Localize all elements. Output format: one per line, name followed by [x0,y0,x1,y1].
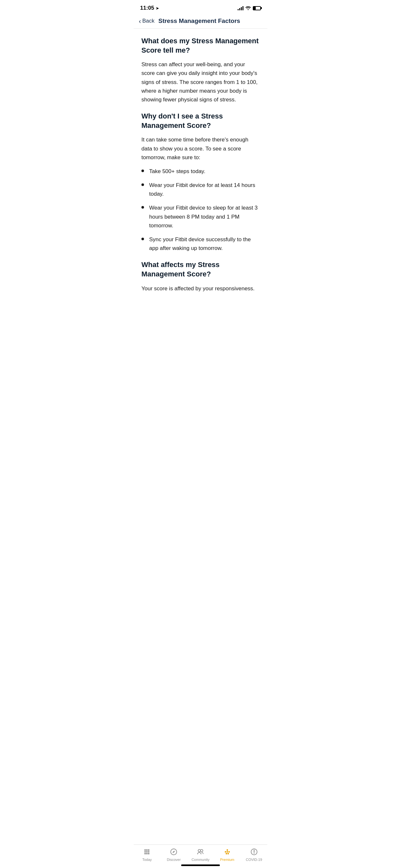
section3-truncated: Your score is affected by your responsiv… [142,284,259,293]
list-item: Take 500+ steps today. [142,167,259,176]
back-label: Back [143,18,155,24]
bullet-list: Take 500+ steps today. Wear your Fitbit … [142,167,259,253]
bullet-text: Take 500+ steps today. [149,167,205,176]
bullet-dot [142,169,144,172]
wifi-icon [245,5,251,11]
section1-body: Stress can affect your well-being, and y… [142,60,259,104]
status-icons [238,5,261,11]
signal-icon [238,6,243,10]
section2-heading: Why don't I see a Stress Management Scor… [142,112,259,130]
bullet-text: Wear your Fitbit device to sleep for at … [149,204,259,230]
bullet-dot [142,238,144,240]
bullet-dot [142,183,144,186]
nav-header: ‹ Back Stress Management Factors [134,14,267,29]
status-bar: 11:05 ➤ [134,0,267,14]
list-item: Wear your Fitbit device for at least 14 … [142,181,259,198]
back-chevron-icon: ‹ [139,18,141,24]
battery-icon [253,6,261,10]
content-area: What does my Stress Management Score tel… [134,29,267,329]
page-title: Stress Management Factors [158,18,240,25]
bullet-dot [142,206,144,209]
section3-heading: What affects my Stress Management Score? [142,260,259,279]
back-button[interactable]: ‹ Back [139,18,154,24]
location-icon: ➤ [156,6,159,11]
bullet-text: Wear your Fitbit device for at least 14 … [149,181,259,198]
status-time: 11:05 [140,5,154,11]
section2-body: It can take some time before there's eno… [142,135,259,162]
list-item: Sync your Fitbit device successfully to … [142,235,259,252]
list-item: Wear your Fitbit device to sleep for at … [142,204,259,230]
section1-heading: What does my Stress Management Score tel… [142,36,259,55]
bullet-text: Sync your Fitbit device successfully to … [149,235,259,252]
